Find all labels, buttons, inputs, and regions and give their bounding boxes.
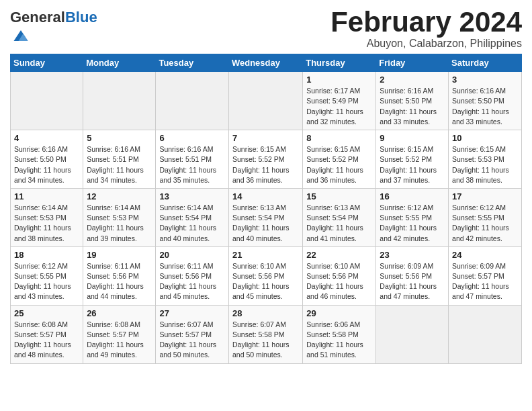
calendar-cell: 19Sunrise: 6:11 AM Sunset: 5:56 PM Dayli… xyxy=(83,246,156,305)
day-info: Sunrise: 6:12 AM Sunset: 5:55 PM Dayligh… xyxy=(452,203,518,244)
calendar-cell: 6Sunrise: 6:16 AM Sunset: 5:51 PM Daylig… xyxy=(156,130,229,189)
day-info: Sunrise: 6:14 AM Sunset: 5:53 PM Dayligh… xyxy=(87,203,152,244)
calendar-cell: 12Sunrise: 6:14 AM Sunset: 5:53 PM Dayli… xyxy=(83,188,156,246)
day-info: Sunrise: 6:10 AM Sunset: 5:56 PM Dayligh… xyxy=(306,261,372,302)
day-number: 10 xyxy=(452,133,518,143)
day-number: 23 xyxy=(380,250,445,260)
day-number: 3 xyxy=(452,75,518,85)
day-info: Sunrise: 6:13 AM Sunset: 5:54 PM Dayligh… xyxy=(306,203,372,244)
calendar-cell: 4Sunrise: 6:16 AM Sunset: 5:50 PM Daylig… xyxy=(11,130,83,189)
calendar-cell: 8Sunrise: 6:15 AM Sunset: 5:52 PM Daylig… xyxy=(303,130,376,189)
day-info: Sunrise: 6:11 AM Sunset: 5:56 PM Dayligh… xyxy=(159,261,225,302)
day-info: Sunrise: 6:15 AM Sunset: 5:53 PM Dayligh… xyxy=(452,144,518,185)
day-number: 15 xyxy=(306,191,372,201)
day-info: Sunrise: 6:12 AM Sunset: 5:55 PM Dayligh… xyxy=(380,203,445,244)
day-number: 1 xyxy=(306,75,372,85)
day-number: 28 xyxy=(232,308,299,318)
day-number: 4 xyxy=(14,133,79,143)
page-header: GeneralBlue February 2024 Abuyon, Calaba… xyxy=(10,7,522,50)
calendar-cell: 15Sunrise: 6:13 AM Sunset: 5:54 PM Dayli… xyxy=(303,188,376,246)
calendar-cell: 3Sunrise: 6:16 AM Sunset: 5:50 PM Daylig… xyxy=(449,72,522,130)
calendar-cell: 28Sunrise: 6:07 AM Sunset: 5:58 PM Dayli… xyxy=(228,305,302,363)
calendar-table: SundayMondayTuesdayWednesdayThursdayFrid… xyxy=(10,54,522,363)
calendar-header-row: SundayMondayTuesdayWednesdayThursdayFrid… xyxy=(11,54,522,72)
day-info: Sunrise: 6:09 AM Sunset: 5:56 PM Dayligh… xyxy=(380,261,445,302)
day-info: Sunrise: 6:14 AM Sunset: 5:53 PM Dayligh… xyxy=(14,203,79,244)
day-number: 14 xyxy=(232,191,299,201)
calendar-cell: 7Sunrise: 6:15 AM Sunset: 5:52 PM Daylig… xyxy=(228,130,302,189)
day-info: Sunrise: 6:16 AM Sunset: 5:50 PM Dayligh… xyxy=(452,86,518,127)
day-number: 2 xyxy=(380,75,445,85)
day-info: Sunrise: 6:13 AM Sunset: 5:54 PM Dayligh… xyxy=(232,203,299,244)
calendar-cell: 16Sunrise: 6:12 AM Sunset: 5:55 PM Dayli… xyxy=(376,188,449,246)
day-info: Sunrise: 6:11 AM Sunset: 5:56 PM Dayligh… xyxy=(87,261,152,302)
day-number: 29 xyxy=(306,308,372,318)
day-number: 27 xyxy=(159,308,225,318)
day-info: Sunrise: 6:12 AM Sunset: 5:55 PM Dayligh… xyxy=(14,261,79,302)
calendar-cell xyxy=(449,305,522,363)
day-number: 18 xyxy=(14,250,79,260)
day-info: Sunrise: 6:08 AM Sunset: 5:57 PM Dayligh… xyxy=(14,320,79,361)
logo: GeneralBlue xyxy=(10,9,97,47)
day-info: Sunrise: 6:16 AM Sunset: 5:51 PM Dayligh… xyxy=(159,144,225,185)
day-info: Sunrise: 6:16 AM Sunset: 5:50 PM Dayligh… xyxy=(14,144,79,185)
calendar-cell: 10Sunrise: 6:15 AM Sunset: 5:53 PM Dayli… xyxy=(449,130,522,189)
day-number: 7 xyxy=(232,133,299,143)
calendar-cell xyxy=(228,72,302,130)
calendar-cell: 27Sunrise: 6:07 AM Sunset: 5:57 PM Dayli… xyxy=(156,305,229,363)
day-number: 25 xyxy=(14,308,79,318)
calendar-cell: 11Sunrise: 6:14 AM Sunset: 5:53 PM Dayli… xyxy=(11,188,83,246)
calendar-cell: 26Sunrise: 6:08 AM Sunset: 5:57 PM Dayli… xyxy=(83,305,156,363)
calendar-cell: 5Sunrise: 6:16 AM Sunset: 5:51 PM Daylig… xyxy=(83,130,156,189)
day-info: Sunrise: 6:09 AM Sunset: 5:57 PM Dayligh… xyxy=(452,261,518,302)
day-number: 5 xyxy=(87,133,152,143)
day-number: 20 xyxy=(159,250,225,260)
calendar-cell xyxy=(83,72,156,130)
day-number: 24 xyxy=(452,250,518,260)
calendar-week-row: 4Sunrise: 6:16 AM Sunset: 5:50 PM Daylig… xyxy=(11,130,522,189)
calendar-cell: 29Sunrise: 6:06 AM Sunset: 5:58 PM Dayli… xyxy=(303,305,376,363)
header-sunday: Sunday xyxy=(11,54,83,72)
title-block: February 2024 Abuyon, Calabarzon, Philip… xyxy=(330,7,522,50)
day-number: 16 xyxy=(380,191,445,201)
logo-icon xyxy=(11,26,30,44)
calendar-cell: 2Sunrise: 6:16 AM Sunset: 5:50 PM Daylig… xyxy=(376,72,449,130)
header-tuesday: Tuesday xyxy=(156,54,229,72)
day-info: Sunrise: 6:14 AM Sunset: 5:54 PM Dayligh… xyxy=(159,203,225,244)
header-wednesday: Wednesday xyxy=(228,54,302,72)
calendar-cell: 14Sunrise: 6:13 AM Sunset: 5:54 PM Dayli… xyxy=(228,188,302,246)
calendar-cell: 9Sunrise: 6:15 AM Sunset: 5:52 PM Daylig… xyxy=(376,130,449,189)
calendar-cell xyxy=(11,72,83,130)
calendar-cell: 21Sunrise: 6:10 AM Sunset: 5:56 PM Dayli… xyxy=(228,246,302,305)
calendar-cell: 25Sunrise: 6:08 AM Sunset: 5:57 PM Dayli… xyxy=(11,305,83,363)
day-number: 17 xyxy=(452,191,518,201)
calendar-cell xyxy=(376,305,449,363)
day-info: Sunrise: 6:15 AM Sunset: 5:52 PM Dayligh… xyxy=(380,144,445,185)
calendar-cell: 22Sunrise: 6:10 AM Sunset: 5:56 PM Dayli… xyxy=(303,246,376,305)
calendar-cell: 23Sunrise: 6:09 AM Sunset: 5:56 PM Dayli… xyxy=(376,246,449,305)
calendar-cell: 1Sunrise: 6:17 AM Sunset: 5:49 PM Daylig… xyxy=(303,72,376,130)
day-info: Sunrise: 6:07 AM Sunset: 5:57 PM Dayligh… xyxy=(159,320,225,361)
day-number: 19 xyxy=(87,250,152,260)
day-info: Sunrise: 6:15 AM Sunset: 5:52 PM Dayligh… xyxy=(232,144,299,185)
day-number: 26 xyxy=(87,308,152,318)
logo-general-text: General xyxy=(10,9,65,26)
calendar-week-row: 25Sunrise: 6:08 AM Sunset: 5:57 PM Dayli… xyxy=(11,305,522,363)
day-number: 6 xyxy=(159,133,225,143)
header-monday: Monday xyxy=(83,54,156,72)
header-saturday: Saturday xyxy=(449,54,522,72)
calendar-week-row: 11Sunrise: 6:14 AM Sunset: 5:53 PM Dayli… xyxy=(11,188,522,246)
day-info: Sunrise: 6:16 AM Sunset: 5:50 PM Dayligh… xyxy=(380,86,445,127)
calendar-week-row: 1Sunrise: 6:17 AM Sunset: 5:49 PM Daylig… xyxy=(11,72,522,130)
day-info: Sunrise: 6:10 AM Sunset: 5:56 PM Dayligh… xyxy=(232,261,299,302)
calendar-week-row: 18Sunrise: 6:12 AM Sunset: 5:55 PM Dayli… xyxy=(11,246,522,305)
day-number: 22 xyxy=(306,250,372,260)
day-info: Sunrise: 6:16 AM Sunset: 5:51 PM Dayligh… xyxy=(87,144,152,185)
header-friday: Friday xyxy=(376,54,449,72)
day-info: Sunrise: 6:17 AM Sunset: 5:49 PM Dayligh… xyxy=(306,86,372,127)
header-thursday: Thursday xyxy=(303,54,376,72)
calendar-cell xyxy=(156,72,229,130)
day-number: 9 xyxy=(380,133,445,143)
calendar-cell: 20Sunrise: 6:11 AM Sunset: 5:56 PM Dayli… xyxy=(156,246,229,305)
day-number: 11 xyxy=(14,191,79,201)
